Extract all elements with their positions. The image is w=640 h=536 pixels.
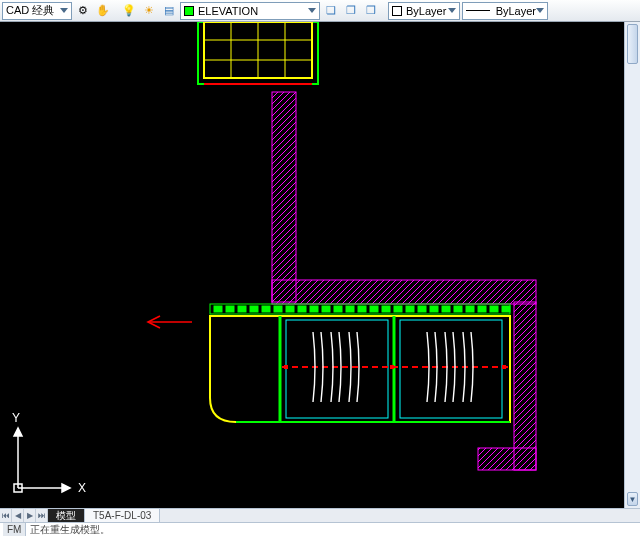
svg-rect-19 — [286, 306, 294, 312]
layer-value: ELEVATION — [198, 5, 258, 17]
svg-rect-16 — [250, 306, 258, 312]
lineweight-value: ByLayer — [496, 5, 536, 17]
tab-nav-first[interactable]: ⏮ — [0, 509, 12, 522]
gear-icon: ⚙ — [78, 5, 88, 16]
svg-rect-25 — [358, 306, 366, 312]
svg-rect-40 — [286, 320, 388, 418]
chevron-down-icon — [536, 8, 544, 13]
command-prefix: FM — [3, 523, 26, 536]
tab-layout-1[interactable]: T5A-F-DL-03 — [85, 509, 160, 522]
workspace-dropdown[interactable]: CAD 经典 — [2, 2, 72, 20]
svg-rect-27 — [382, 306, 390, 312]
layer-props-button[interactable]: ▤ — [160, 2, 178, 20]
drawing-canvas[interactable]: X Y — [0, 22, 640, 508]
layer-icon: ❏ — [326, 5, 336, 16]
color-swatch — [392, 6, 402, 16]
layers-icon: ▤ — [164, 5, 174, 16]
lineweight-line — [466, 10, 490, 11]
layer-tool-1[interactable]: ❏ — [322, 2, 340, 20]
svg-rect-29 — [406, 306, 414, 312]
drawing-content — [0, 22, 624, 508]
layer-swatch — [184, 6, 194, 16]
svg-rect-18 — [274, 306, 282, 312]
layer-icon: ❐ — [346, 5, 356, 16]
scrollbar-thumb[interactable] — [627, 24, 638, 64]
layer-tool-2[interactable]: ❐ — [342, 2, 360, 20]
svg-rect-14 — [226, 306, 234, 312]
workspace-value: CAD 经典 — [6, 3, 54, 18]
pan-button[interactable]: ✋ — [94, 2, 112, 20]
sun-icon: ☀ — [144, 5, 154, 16]
scrollbar-down-button[interactable]: ▼ — [627, 492, 638, 506]
tab-nav-next[interactable]: ▶ — [24, 509, 36, 522]
svg-rect-26 — [370, 306, 378, 312]
bulb-icon: 💡 — [122, 5, 136, 16]
hand-icon: ✋ — [96, 5, 110, 16]
tab-model-label: 模型 — [56, 509, 76, 523]
sun-button[interactable]: ☀ — [140, 2, 158, 20]
svg-rect-45 — [502, 365, 506, 369]
tab-nav-last[interactable]: ⏭ — [36, 509, 48, 522]
layer-dropdown[interactable]: ELEVATION — [180, 2, 320, 20]
svg-rect-35 — [478, 306, 486, 312]
svg-rect-28 — [394, 306, 402, 312]
svg-rect-20 — [298, 306, 306, 312]
tab-model[interactable]: 模型 — [48, 509, 85, 522]
workspace-settings-button[interactable]: ⚙ — [74, 2, 92, 20]
svg-rect-22 — [322, 306, 330, 312]
svg-rect-17 — [262, 306, 270, 312]
tab-track — [160, 509, 640, 522]
svg-rect-8 — [272, 92, 296, 302]
svg-rect-30 — [418, 306, 426, 312]
svg-rect-13 — [214, 306, 222, 312]
svg-rect-37 — [502, 306, 510, 312]
layer-tool-3[interactable]: ❒ — [362, 2, 380, 20]
svg-rect-11 — [478, 448, 536, 470]
svg-rect-36 — [490, 306, 498, 312]
svg-rect-41 — [400, 320, 502, 418]
svg-rect-32 — [442, 306, 450, 312]
top-toolbar: CAD 经典 ⚙ ✋ 💡 ☀ ▤ ELEVATION ❏ ❐ ❒ ByLayer… — [0, 0, 640, 22]
chevron-down-icon — [308, 8, 316, 13]
svg-rect-21 — [310, 306, 318, 312]
layout-tabbar: ⏮ ◀ ▶ ⏭ 模型 T5A-F-DL-03 — [0, 508, 640, 522]
bulb-button[interactable]: 💡 — [120, 2, 138, 20]
chevron-down-icon — [60, 8, 68, 13]
color-dropdown[interactable]: ByLayer — [388, 2, 460, 20]
tab-nav-prev[interactable]: ◀ — [12, 509, 24, 522]
svg-rect-31 — [430, 306, 438, 312]
svg-rect-23 — [334, 306, 342, 312]
tab-layout-1-label: T5A-F-DL-03 — [93, 510, 151, 521]
command-text: 正在重生成模型。 — [30, 523, 110, 537]
svg-rect-34 — [466, 306, 474, 312]
command-line[interactable]: FM 正在重生成模型。 — [0, 522, 640, 536]
svg-rect-43 — [284, 365, 288, 369]
layer-icon: ❒ — [366, 5, 376, 16]
lineweight-dropdown[interactable]: ByLayer — [462, 2, 548, 20]
svg-rect-10 — [514, 302, 536, 470]
svg-rect-33 — [454, 306, 462, 312]
svg-rect-15 — [238, 306, 246, 312]
svg-rect-24 — [346, 306, 354, 312]
vertical-scrollbar[interactable]: ▼ — [624, 22, 640, 508]
color-value: ByLayer — [406, 5, 446, 17]
chevron-down-icon — [448, 8, 456, 13]
svg-rect-44 — [390, 365, 394, 369]
svg-rect-9 — [272, 280, 536, 304]
